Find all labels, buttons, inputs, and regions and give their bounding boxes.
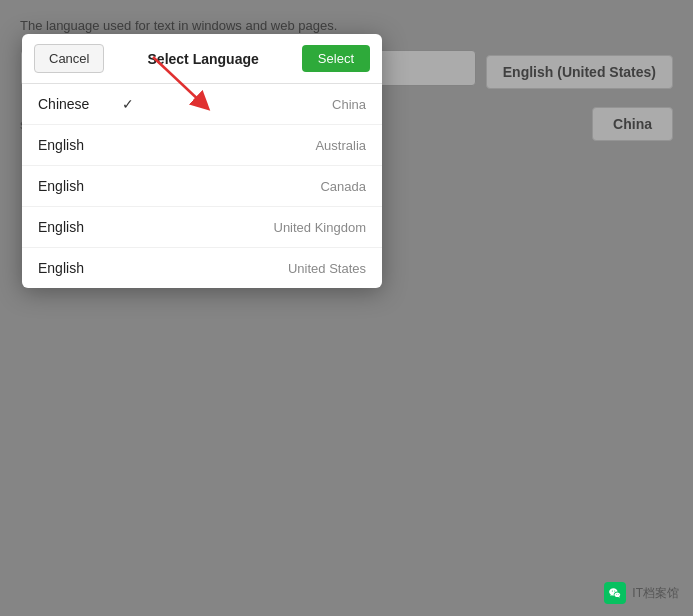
region-us: United States bbox=[288, 261, 366, 276]
region-uk: United Kingdom bbox=[274, 220, 367, 235]
language-name-chinese: Chinese bbox=[38, 96, 118, 112]
cancel-button[interactable]: Cancel bbox=[34, 44, 104, 73]
region-china: China bbox=[332, 97, 366, 112]
language-item-english-ca[interactable]: English Canada bbox=[22, 166, 382, 207]
modal-overlay: Cancel Select Language Select Chinese ✓ … bbox=[0, 0, 693, 616]
select-language-dialog: Cancel Select Language Select Chinese ✓ … bbox=[22, 34, 382, 288]
dialog-title: Select Language bbox=[112, 51, 293, 67]
check-icon-chinese: ✓ bbox=[122, 96, 134, 112]
region-australia: Australia bbox=[315, 138, 366, 153]
language-list: Chinese ✓ China English Australia Englis… bbox=[22, 84, 382, 288]
language-name-english-au: English bbox=[38, 137, 118, 153]
select-button[interactable]: Select bbox=[302, 45, 370, 72]
language-name-english-ca: English bbox=[38, 178, 118, 194]
region-canada: Canada bbox=[320, 179, 366, 194]
watermark-label: IT档案馆 bbox=[632, 585, 679, 602]
language-name-english-us: English bbox=[38, 260, 118, 276]
wechat-icon bbox=[604, 582, 626, 604]
language-item-chinese[interactable]: Chinese ✓ China bbox=[22, 84, 382, 125]
language-item-english-au[interactable]: English Australia bbox=[22, 125, 382, 166]
dialog-header: Cancel Select Language Select bbox=[22, 34, 382, 84]
language-name-english-uk: English bbox=[38, 219, 118, 235]
language-item-english-us[interactable]: English United States bbox=[22, 248, 382, 288]
watermark: IT档案馆 bbox=[604, 582, 679, 604]
language-item-english-uk[interactable]: English United Kingdom bbox=[22, 207, 382, 248]
